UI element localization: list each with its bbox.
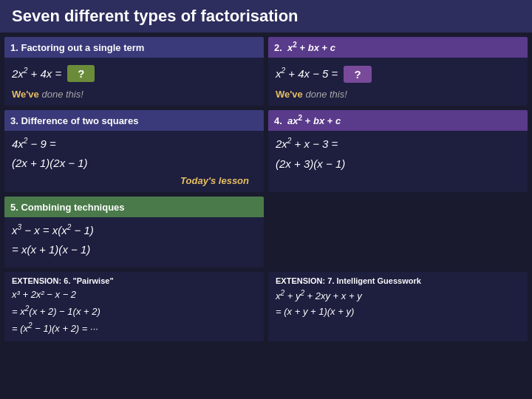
extension-2: EXTENSION: 7. Intelligent Guesswork x2 +…	[268, 272, 528, 341]
cell3-math2: (2x + 1)(2x − 1)	[12, 155, 256, 172]
cell-3: 3. Difference of two squares 4x2 − 9 = (…	[4, 110, 264, 192]
cell5-math2: = x(x + 1)(x − 1)	[12, 242, 256, 259]
page-title: Seven different types of factorisation	[0, 0, 532, 33]
cell5-header: 5. Combining techniques	[10, 202, 125, 213]
cell2-question: ?	[344, 66, 371, 83]
ext2-math2: = (x + y + 1)(x + y)	[276, 304, 520, 320]
cell2-header: 2. x2 + bx + c	[274, 42, 335, 53]
cell3-header: 3. Difference of two squares	[10, 115, 138, 126]
cell1-question: ?	[67, 65, 95, 82]
ext2-math1: x2 + y2 + 2xy + x + y	[276, 287, 520, 304]
cell1-header: 1. Factoring out a single term	[10, 42, 144, 53]
cell2-math: x2 + 4x − 5 =	[276, 65, 338, 83]
cell-5: 5. Combining techniques x3 − x = x(x2 − …	[4, 197, 264, 267]
ext1-math1: x³ + 2x² − x − 2	[12, 287, 256, 303]
cell2-done: We've done this!	[276, 89, 520, 100]
cell3-today: Today's lesson	[12, 175, 256, 186]
cell-2: 2. x2 + bx + c x2 + 4x − 5 = ? We've don…	[268, 37, 528, 106]
ext1-header: EXTENSION: 6. "Pairwise"	[12, 276, 256, 285]
cell1-done: We've done this!	[12, 89, 256, 100]
cell4-header: 4. ax2 + bx + c	[274, 115, 341, 126]
cell3-math1: 4x2 − 9 =	[12, 135, 256, 153]
cell1-math: 2x2 + 4x =	[12, 65, 61, 83]
empty-cell	[268, 197, 528, 267]
cell4-math2: (2x + 3)(x − 1)	[276, 156, 520, 173]
ext1-math2: = x2(x + 2) − 1(x + 2)	[12, 303, 256, 320]
cell5-math1: x3 − x = x(x2 − 1)	[12, 222, 256, 239]
cell4-math1: 2x2 + x − 3 =	[276, 135, 520, 153]
cell-4: 4. ax2 + bx + c 2x2 + x − 3 = (2x + 3)(x…	[268, 110, 528, 192]
ext1-math3: = (x2 − 1)(x + 2) = ···	[12, 320, 256, 337]
extension-1: EXTENSION: 6. "Pairwise" x³ + 2x² − x − …	[4, 272, 264, 341]
cell-1: 1. Factoring out a single term 2x2 + 4x …	[4, 37, 264, 106]
ext2-header: EXTENSION: 7. Intelligent Guesswork	[276, 276, 520, 285]
